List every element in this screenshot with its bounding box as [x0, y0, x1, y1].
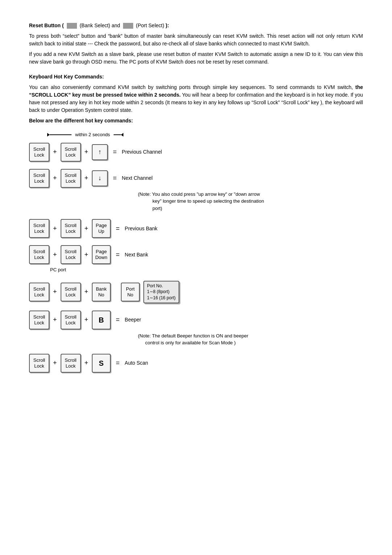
bank-select-icon: [67, 23, 77, 29]
scroll-lock-label-7a: ScrollLock: [33, 357, 45, 369]
result-next-channel: Next Channel: [122, 174, 153, 182]
colon: ):: [166, 23, 169, 28]
reset-para2: If you add a new KVM Switch as a slave b…: [29, 50, 363, 66]
bank-select-text: (Bank Select) and: [79, 23, 120, 28]
row-prev-bank: ScrollLock + ScrollLock + PageUp = Previ…: [29, 219, 363, 238]
key-scroll-lock-7a: ScrollLock: [29, 354, 49, 373]
reset-button-section: Reset Button ( (Bank Select) and (Port S…: [29, 22, 363, 66]
equals-1: =: [113, 147, 117, 157]
equals-7: =: [116, 358, 120, 368]
scroll-lock-label-1b: ScrollLock: [65, 146, 77, 158]
plus-7b: +: [85, 358, 89, 368]
plus-3a: +: [53, 224, 57, 234]
result-beeper: Beeper: [125, 316, 141, 324]
scroll-lock-label-4b: ScrollLock: [65, 249, 77, 260]
plus-1a: +: [53, 147, 57, 157]
hotkey-section: Keyboard Hot Key Commands: You can also …: [29, 73, 363, 125]
arrow-line-left: [50, 134, 72, 135]
plus-5b: +: [85, 287, 89, 297]
key-b: B: [92, 311, 111, 329]
hotkey-row-prev-channel: ScrollLock + ScrollLock + ↑ = Previous C…: [29, 143, 363, 162]
row-prev-channel: ScrollLock + ScrollLock + ↑ = Previous C…: [29, 143, 363, 162]
plus-2a: +: [53, 173, 57, 183]
key-scroll-lock-3a: ScrollLock: [29, 219, 49, 238]
scroll-lock-label-3b: ScrollLock: [65, 223, 77, 234]
hotkey-row-prev-bank: ScrollLock + ScrollLock + PageUp = Previ…: [29, 219, 363, 238]
reset-para1: To press both “select” button and “bank”…: [29, 32, 363, 48]
row-port-select: ScrollLock + ScrollLock + BankNo PortNo …: [29, 281, 363, 303]
key-scroll-lock-6b: ScrollLock: [61, 311, 81, 329]
scroll-lock-label-5b: ScrollLock: [65, 286, 77, 297]
scroll-lock-label-2b: ScrollLock: [65, 173, 77, 184]
port-select-text: (Port Select): [136, 23, 164, 28]
result-prev-channel: Previous Channel: [122, 148, 162, 156]
key-bank-no: BankNo: [92, 283, 111, 301]
timing-arrow-left: [47, 133, 72, 137]
scroll-lock-label-6b: ScrollLock: [65, 314, 77, 325]
scroll-lock-label-4a: ScrollLock: [33, 249, 45, 260]
key-page-down: PageDown: [92, 245, 111, 264]
reset-button-label: Reset Button (: [29, 23, 64, 28]
key-scroll-lock-3b: ScrollLock: [61, 219, 81, 238]
row-next-bank: ScrollLock + ScrollLock + PageDown = Nex…: [29, 245, 363, 274]
port-select-icon: [123, 23, 133, 29]
hotkey-title: Keyboard Hot Key Commands:: [29, 74, 104, 80]
timing-arrow-right: [114, 133, 123, 137]
timing-indicator: within 2 seconds: [47, 131, 363, 138]
hotkey-row-next-channel: ScrollLock + ScrollLock + ↓ = Next Chann…: [29, 169, 363, 188]
key-scroll-lock-1b: ScrollLock: [61, 143, 81, 162]
pc-port-text: PC port: [50, 267, 66, 272]
hotkey-row-beeper: ScrollLock + ScrollLock + B = Beeper: [29, 311, 363, 329]
commands-section: within 2 seconds ScrollLock + ScrollLock…: [29, 131, 363, 373]
plus-4b: +: [85, 250, 89, 260]
plus-6b: +: [85, 315, 89, 325]
result-auto-scan: Auto Scan: [125, 359, 148, 367]
port-no-tooltip: Port No. 1∼8 (8port) 1∼16 (16 port): [143, 281, 179, 303]
plus-6a: +: [53, 315, 57, 325]
plus-2b: +: [85, 173, 89, 183]
port-no-line1: Port No.: [147, 283, 176, 289]
hotkey-row-port-select: ScrollLock + ScrollLock + BankNo PortNo …: [29, 281, 363, 303]
scroll-lock-label-5a: ScrollLock: [33, 286, 45, 297]
arrow-line-right: [114, 134, 121, 135]
arrow-left-icon: [121, 133, 123, 137]
scroll-lock-label-6a: ScrollLock: [33, 314, 45, 325]
key-scroll-lock-1a: ScrollLock: [29, 143, 49, 162]
plus-5a: +: [53, 287, 57, 297]
row-auto-scan: ScrollLock + ScrollLock + S = Auto Scan: [29, 354, 363, 373]
result-prev-bank: Previous Bank: [125, 225, 158, 232]
key-scroll-lock-2b: ScrollLock: [61, 169, 81, 188]
equals-2: =: [113, 173, 117, 183]
scroll-lock-label-1a: ScrollLock: [33, 146, 45, 158]
port-no-line2: 1∼8 (8port): [147, 289, 176, 295]
timing-label: within 2 seconds: [75, 131, 110, 138]
note-next-channel: (Note: You also could press "up arrow ke…: [131, 191, 363, 212]
pc-port-label: PC port: [50, 266, 363, 274]
scroll-lock-label-3a: ScrollLock: [33, 223, 45, 234]
hotkey-row-next-bank: ScrollLock + ScrollLock + PageDown = Nex…: [29, 245, 363, 264]
key-s: S: [92, 354, 111, 373]
key-scroll-lock-7b: ScrollLock: [61, 354, 81, 373]
plus-1b: +: [85, 147, 89, 157]
row-next-channel: ScrollLock + ScrollLock + ↓ = Next Chann…: [29, 169, 363, 212]
result-next-bank: Next Bank: [125, 251, 148, 259]
key-scroll-lock-5a: ScrollLock: [29, 283, 49, 301]
hotkey-row-auto-scan: ScrollLock + ScrollLock + S = Auto Scan: [29, 354, 363, 373]
key-page-up: PageUp: [92, 219, 111, 238]
equals-3: =: [116, 224, 120, 234]
hotkey-para: You can also conveniently command KVM sw…: [29, 84, 363, 114]
scroll-lock-label-2a: ScrollLock: [33, 173, 45, 184]
key-port-no: PortNo: [121, 283, 140, 301]
plus-7a: +: [53, 358, 57, 368]
hotkey-para1: You can also conveniently command KVM sw…: [29, 84, 353, 90]
key-scroll-lock-5b: ScrollLock: [61, 283, 81, 301]
plus-3b: +: [85, 224, 89, 234]
page-content: Reset Button ( (Bank Select) and (Port S…: [29, 22, 363, 373]
key-scroll-lock-4a: ScrollLock: [29, 245, 49, 264]
equals-4: =: [116, 250, 120, 260]
below-title: Below are the different hot key commands…: [29, 117, 363, 125]
key-up-arrow: ↑: [92, 144, 108, 160]
port-no-line3: 1∼16 (16 port): [147, 295, 176, 301]
arrow-right-icon: [47, 133, 50, 137]
row-beeper: ScrollLock + ScrollLock + B = Beeper (No…: [29, 311, 363, 347]
